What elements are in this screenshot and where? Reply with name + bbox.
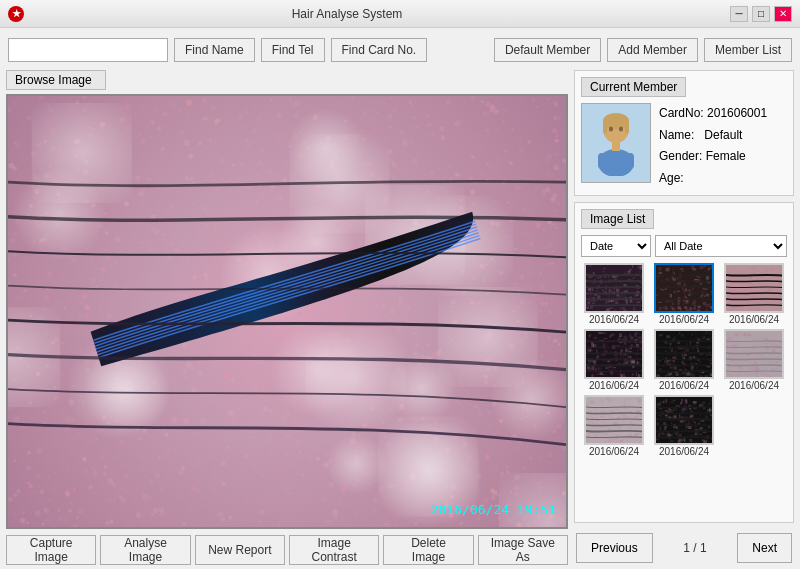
image-contrast-button[interactable]: Image Contrast [289,535,379,565]
image-save-as-button[interactable]: Image Save As [478,535,568,565]
thumbnail-canvas [586,397,644,445]
thumbnail-canvas [656,331,714,379]
thumbnail-canvas [656,397,714,445]
thumbnail-canvas [586,265,644,313]
thumbnail-image [654,263,714,313]
thumbnail-date: 2016/06/24 [589,446,639,457]
minimize-button[interactable]: ─ [730,6,748,22]
card-no-label: CardNo: [659,106,704,120]
toolbar: Find Name Find Tel Find Card No. Default… [6,34,794,66]
thumbnail-image [584,263,644,313]
member-avatar [581,103,651,183]
member-details: CardNo: 201606001 Name: Default Gender: … [659,103,787,189]
thumbnail-grid: 2016/06/242016/06/242016/06/242016/06/24… [581,263,787,457]
thumbnail-date: 2016/06/24 [589,314,639,325]
thumbnail-image [724,263,784,313]
svg-rect-2 [603,121,607,133]
analyse-image-button[interactable]: Analyse Image [100,535,190,565]
card-no-value: 201606001 [707,106,767,120]
age-row: Age: [659,168,787,190]
title-bar: ★ Hair Analyse System ─ □ ✕ [0,0,800,28]
card-no-row: CardNo: 201606001 [659,103,787,125]
find-card-no-button[interactable]: Find Card No. [331,38,428,62]
thumbnail-date: 2016/06/24 [729,314,779,325]
left-panel: Browse Image 2016/06/24 19:51 Capture Im… [6,70,568,567]
name-label: Name: [659,128,694,142]
gender-label: Gender: [659,149,702,163]
new-report-button[interactable]: New Report [195,535,285,565]
thumbnail-item[interactable]: 2016/06/24 [581,395,647,457]
bottom-buttons: Capture Image Analyse Image New Report I… [6,533,568,567]
thumbnail-image [654,395,714,445]
thumbnail-date: 2016/06/24 [659,314,709,325]
main-container: Find Name Find Tel Find Card No. Default… [0,28,800,569]
svg-rect-8 [612,141,620,151]
thumbnail-item[interactable]: 2016/06/24 [581,329,647,391]
capture-image-button[interactable]: Capture Image [6,535,96,565]
browse-image-label: Browse Image [6,70,106,90]
thumbnail-item[interactable]: 2016/06/24 [721,329,787,391]
svg-point-4 [609,126,613,131]
previous-button[interactable]: Previous [576,533,653,563]
close-button[interactable]: ✕ [774,6,792,22]
current-member-label: Current Member [581,77,686,97]
thumbnail-image [724,329,784,379]
thumbnail-canvas [656,265,714,313]
member-info: CardNo: 201606001 Name: Default Gender: … [581,103,787,189]
thumbnail-date: 2016/06/24 [659,446,709,457]
thumbnail-date: 2016/06/24 [729,380,779,391]
thumbnail-item[interactable]: 2016/06/24 [651,329,717,391]
avatar-icon [591,111,641,176]
navigation-row: Previous 1 / 1 Next [574,529,794,567]
find-name-button[interactable]: Find Name [174,38,255,62]
thumbnail-canvas [726,265,784,313]
maximize-button[interactable]: □ [752,6,770,22]
image-list-label: Image List [581,209,654,229]
thumbnail-date: 2016/06/24 [659,380,709,391]
current-member-section: Current Member [574,70,794,196]
thumbnail-image [584,329,644,379]
gender-value: Female [706,149,746,163]
gender-row: Gender: Female [659,146,787,168]
page-indicator: 1 / 1 [677,541,712,555]
svg-point-5 [619,126,623,131]
find-tel-button[interactable]: Find Tel [261,38,325,62]
window-controls[interactable]: ─ □ ✕ [730,6,792,22]
thumbnail-image [584,395,644,445]
age-label: Age: [659,171,684,185]
member-list-button[interactable]: Member List [704,38,792,62]
main-image-canvas [8,96,566,527]
svg-rect-3 [625,121,629,133]
content-area: Browse Image 2016/06/24 19:51 Capture Im… [6,70,794,567]
toolbar-right: Default Member Add Member Member List [494,38,792,62]
delete-image-button[interactable]: Delete Image [383,535,473,565]
right-panel: Current Member [574,70,794,567]
image-display: 2016/06/24 19:51 [6,94,568,529]
name-value: Default [704,128,742,142]
thumbnail-image [654,329,714,379]
date-type-select[interactable]: Date [581,235,651,257]
thumbnail-canvas [586,331,644,379]
thumbnail-canvas [726,331,784,379]
image-timestamp: 2016/06/24 19:51 [431,502,556,517]
default-member-button[interactable]: Default Member [494,38,601,62]
thumbnail-date: 2016/06/24 [589,380,639,391]
next-button[interactable]: Next [737,533,792,563]
search-input[interactable] [8,38,168,62]
filter-row: Date All Date [581,235,787,257]
add-member-button[interactable]: Add Member [607,38,698,62]
window-title: Hair Analyse System [0,7,730,21]
name-row: Name: Default [659,125,787,147]
image-list-section: Image List Date All Date 2016/06/242016/… [574,202,794,523]
thumbnail-item[interactable]: 2016/06/24 [581,263,647,325]
date-value-select[interactable]: All Date [655,235,787,257]
thumbnail-item[interactable]: 2016/06/24 [651,395,717,457]
thumbnail-item[interactable]: 2016/06/24 [651,263,717,325]
thumbnail-item[interactable]: 2016/06/24 [721,263,787,325]
svg-rect-7 [598,153,634,169]
